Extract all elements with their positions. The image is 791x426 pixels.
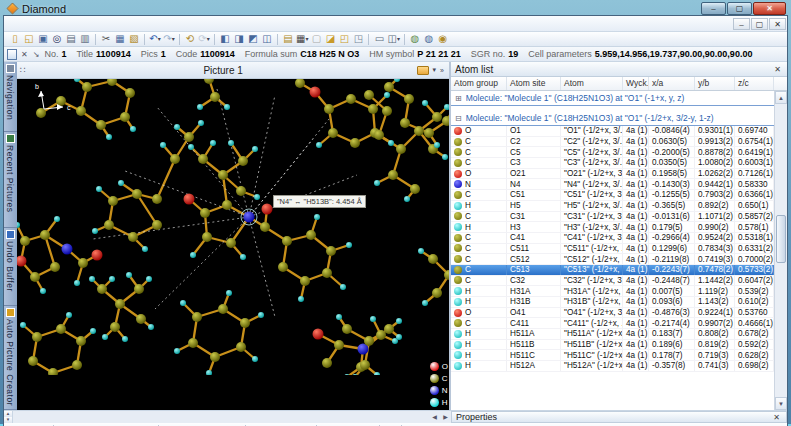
table-row[interactable]: O O41 "O41" (-1/2+x, 3... 4a (1) -0.4876…	[451, 308, 774, 319]
title-bar[interactable]: Diamond – ▢ ✕	[3, 2, 788, 15]
menu-picture[interactable]	[54, 23, 66, 25]
dropdown-arrow-icon[interactable]: ▾	[305, 33, 308, 45]
table-row[interactable]: C C51 "C51" (-1/2+x, 3... 4a (1) -0.1255…	[451, 190, 774, 201]
close-button[interactable]: ✕	[753, 2, 786, 15]
undo-button[interactable]: ↶▾	[148, 33, 162, 46]
sidebar-tab-undo-buffer[interactable]: Undo Buffer	[4, 228, 17, 306]
properties-panel-header[interactable]: Properties ✕	[451, 411, 787, 423]
dropdown-arrow-icon[interactable]: ▾	[172, 33, 175, 45]
table-row[interactable]: C C41 "C41" (-1/2+x, 3... 4a (1) -0.2966…	[451, 233, 774, 244]
atom-list-close-icon[interactable]: ✕	[772, 65, 783, 74]
table-row[interactable]: O O21 "O21" (-1/2+x, 3... 4a (1) 0.1958(…	[451, 169, 774, 180]
scrollbar-thumb[interactable]	[776, 215, 786, 263]
copy-button[interactable]: ▦	[113, 33, 127, 46]
view-data-button[interactable]: ◫	[260, 33, 274, 46]
drag-handle-icon[interactable]: ∷	[20, 65, 26, 75]
vertical-scrollbar[interactable]: ▲ ▼	[774, 91, 787, 410]
menu-move[interactable]	[90, 23, 102, 25]
panel-tab-right-icon[interactable]: ▶	[440, 411, 451, 423]
properties-close-icon[interactable]: ✕	[771, 413, 782, 422]
preview-button[interactable]: ▤	[64, 33, 78, 46]
table-row[interactable]: C C513 "C513" (-1/2+x, ... 4a (1) -0.224…	[451, 265, 774, 276]
expand-collapse-icon[interactable]: ⊟	[455, 114, 462, 123]
data-brick-button[interactable]: ▤	[281, 33, 295, 46]
table-row[interactable]: H H511B "H511B" (-1/2+x... 4a (1) 0.189(…	[451, 340, 774, 351]
structure-canvas[interactable]: bc "N4" ↔ "H513B": 4.454 Å O C N	[17, 79, 449, 410]
save-button[interactable]: ▣	[36, 33, 50, 46]
menu-tools[interactable]	[102, 23, 114, 25]
menu-help[interactable]	[126, 23, 138, 25]
table-row[interactable]: C C5 "C5" (-1/2+x, 3/... 4a (1) -0.2000(…	[451, 147, 774, 158]
close-structure-icon[interactable]: ✕	[21, 50, 28, 59]
photo-green-button[interactable]: ◍	[408, 33, 422, 46]
mdi-restore-button[interactable]: ▢	[751, 18, 768, 30]
column-header[interactable]: Atom site	[507, 77, 561, 90]
menu-view[interactable]	[30, 23, 42, 25]
table-row[interactable]: H H512A "H512A" (-1/2+x... 4a (1) -0.357…	[451, 361, 774, 372]
new-document-button[interactable]: ▯	[8, 33, 22, 46]
menu-file[interactable]	[6, 23, 18, 25]
table-row[interactable]: H H31B "H31B" (-1/2+x, ... 4a (1) 0.093(…	[451, 297, 774, 308]
dropdown-arrow-icon[interactable]: ▾	[158, 33, 161, 45]
menu-build[interactable]	[66, 23, 78, 25]
picture-folder-icon[interactable]	[417, 66, 429, 75]
table-row[interactable]: H H31A "H31A" (-1/2+x, ... 4a (1) 0.007(…	[451, 286, 774, 297]
table-row[interactable]: C C411 "C411" (-1/2+x, ... 4a (1) -0.217…	[451, 318, 774, 329]
table-mode-button[interactable]: ▦▾	[295, 33, 309, 46]
atom-list-header[interactable]: Atom list ✕	[451, 62, 787, 77]
scroll-up-icon[interactable]: ▲	[775, 91, 787, 104]
column-header[interactable]: y/b	[695, 77, 735, 90]
view-picture-button[interactable]: ◨	[232, 33, 246, 46]
molecule-drawing[interactable]: bc	[17, 79, 449, 375]
layout-button[interactable]: ◫▾	[386, 33, 400, 46]
table-row[interactable]: C C511 "C511" (-1/2+x, ... 4a (1) 0.1299…	[451, 244, 774, 255]
find-button[interactable]: ◎	[50, 33, 64, 46]
print-button[interactable]: ▥	[78, 33, 92, 46]
folder-picture-button[interactable]: ◰	[337, 33, 351, 46]
table-row[interactable]: H H511A "H511A" (-1/2+x... 4a (1) 0.183(…	[451, 329, 774, 340]
forward-button[interactable]: ⟳▾	[197, 33, 211, 46]
sidebar-tab-auto-picture-creator[interactable]: Auto Picture Creator	[4, 306, 17, 410]
table-row[interactable]: C C31 "C31" (-1/2+x, 3... 4a (1) -0.0131…	[451, 212, 774, 223]
view-structure-button[interactable]: ◧	[218, 33, 232, 46]
panel-tab-left-icon[interactable]: ◀	[429, 411, 440, 423]
menu-window[interactable]	[114, 23, 126, 25]
column-header[interactable]: x/a	[649, 77, 695, 90]
table-row[interactable]: H H5 "H5" (-1/2+x, 3/... 4a (1) -0.365(5…	[451, 201, 774, 212]
photo-blue-button[interactable]: ◍	[422, 33, 436, 46]
picture-dropdown-icon[interactable]: ▾	[433, 66, 437, 74]
menu-structure[interactable]	[42, 23, 54, 25]
open-button[interactable]: ◱	[22, 33, 36, 46]
table-row[interactable]: H H511C "H511C" (-1/2+x... 4a (1) 0.178(…	[451, 350, 774, 361]
menu-edit[interactable]	[18, 23, 30, 25]
mdi-close-button[interactable]: ✕	[769, 18, 786, 30]
comment-button[interactable]: ▭	[372, 33, 386, 46]
table-row[interactable]: C C3 "C3" (-1/2+x, 3/... 4a (1) 0.0350(5…	[451, 158, 774, 169]
overflow-chevron-icon[interactable]: »	[440, 67, 444, 74]
mdi-minimize-button[interactable]: –	[733, 18, 750, 30]
minimize-button[interactable]: –	[701, 2, 726, 15]
picture-spinner[interactable]: ▲▼	[4, 411, 13, 423]
scroll-down-icon[interactable]: ▼	[775, 397, 787, 410]
molecule-group-row[interactable]: ⊞ Molecule: "Molecule 1" (C18H25N1O3) at…	[451, 91, 774, 106]
expand-collapse-icon[interactable]: ⊞	[455, 94, 462, 103]
paste-button[interactable]: ▧	[127, 33, 141, 46]
maximize-button[interactable]: ▢	[727, 2, 752, 15]
new-picture-button[interactable]: ◪	[323, 33, 337, 46]
view-split-button[interactable]: ◩	[246, 33, 260, 46]
sidebar-tab-recent-pictures[interactable]: Recent Pictures	[4, 132, 17, 228]
dropdown-arrow-icon[interactable]: ▾	[207, 33, 210, 45]
export-button[interactable]: ◳	[351, 33, 365, 46]
column-header[interactable]: Atom	[561, 77, 623, 90]
back-button[interactable]: ⟲	[183, 33, 197, 46]
sidebar-tab-navigation[interactable]: Navigation	[4, 62, 17, 132]
blank-page-button[interactable]: ▢	[309, 33, 323, 46]
table-row[interactable]: C C2 "C2" (-1/2+x, 3/... 4a (1) 0.0630(5…	[451, 137, 774, 148]
table-row[interactable]: C C512 "C512" (-1/2+x, ... 4a (1) -0.211…	[451, 254, 774, 265]
menu-objects[interactable]	[78, 23, 90, 25]
column-header[interactable]: z/c	[735, 77, 774, 90]
table-row[interactable]: H H3 "H3" (-1/2+x, 3/... 4a (1) 0.179(5)…	[451, 222, 774, 233]
table-row[interactable]: N N4 "N4" (-1/2+x, 3/... 4a (1) -0.1430(…	[451, 179, 774, 190]
table-row[interactable]: C C32 "C32" (-1/2+x, 3... 4a (1) -0.2448…	[451, 276, 774, 287]
goto-structure-icon[interactable]: ↘	[33, 50, 40, 59]
